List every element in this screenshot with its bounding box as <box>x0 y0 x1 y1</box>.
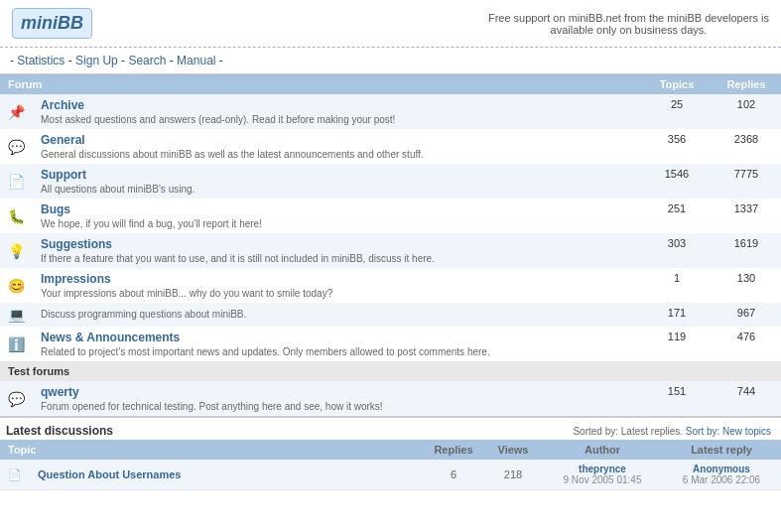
logo[interactable]: miniBB <box>12 8 92 39</box>
disc-replies: 6 <box>424 460 483 490</box>
forum-name-cell: qwerty Forum opened for technical testin… <box>33 381 642 416</box>
forum-replies: 1337 <box>712 199 781 233</box>
forum-topics: 1546 <box>642 164 712 199</box>
forums-table: Forum Topics Replies 📌 Archive Most aske… <box>0 74 781 416</box>
forum-name-cell: General General discussions about miniBB… <box>33 129 642 164</box>
table-header-row: Forum Topics Replies <box>0 74 781 94</box>
forum-desc: If there a feature that you want to use,… <box>41 253 634 264</box>
forum-name-cell: Archive Most asked questions and answers… <box>33 94 642 129</box>
forum-desc: General discussions about miniBB as well… <box>41 149 634 160</box>
disc-header-row: Topic Replies Views Author Latest reply <box>0 440 781 460</box>
forum-icon: 💬 <box>0 381 33 416</box>
latest-name: Anonymous <box>670 464 773 474</box>
disc-latest: Anonymous 6 Mar 2006 22:06 <box>662 460 781 490</box>
author-date: 9 Nov 2005 01:45 <box>551 474 654 485</box>
forum-topics: 25 <box>642 94 712 129</box>
forum-link[interactable]: News & Announcements <box>41 331 180 344</box>
forum-icon: 📄 <box>0 164 33 199</box>
forum-desc: Your impressions about miniBB... why do … <box>41 288 634 299</box>
forum-link[interactable]: Support <box>41 168 86 182</box>
forum-link[interactable]: Archive <box>41 98 84 112</box>
forum-name-cell: Bugs We hope, if you will find a bug, yo… <box>33 199 642 233</box>
list-item: 📄 Question About Usernames 6 218 thepryn… <box>0 460 781 490</box>
forum-replies: 1619 <box>712 233 781 268</box>
forum-link[interactable]: Bugs <box>41 202 70 216</box>
disc-icon: 📄 <box>0 460 30 490</box>
forum-replies: 967 <box>712 303 781 327</box>
nav-search[interactable]: Search <box>128 54 166 67</box>
forum-desc: All questions about miniBB's using. <box>41 184 634 195</box>
section-title: Test forums <box>0 361 781 381</box>
table-row: ℹ️ News & Announcements Related to proje… <box>0 327 781 361</box>
page-header: miniBB Free support on miniBB.net from t… <box>0 0 781 48</box>
nav-statistics[interactable]: Statistics <box>17 54 65 67</box>
author-name: theprynce <box>551 464 654 474</box>
latest-discussions-header: Latest discussions Sorted by: Latest rep… <box>0 416 781 440</box>
nav-signup[interactable]: Sign Up <box>75 54 118 67</box>
table-row: 💡 Suggestions If there a feature that yo… <box>0 233 781 268</box>
forum-link[interactable]: Suggestions <box>41 237 112 251</box>
forum-replies: 102 <box>712 94 781 129</box>
navbar: - Statistics - Sign Up - Search - Manual… <box>0 48 781 74</box>
forum-link[interactable]: qwerty <box>41 385 79 399</box>
disc-col-topic: Topic <box>0 440 424 460</box>
forum-topics: 151 <box>642 381 712 416</box>
forum-icon: 💬 <box>0 129 33 164</box>
logo-box: miniBB <box>12 8 92 39</box>
forum-desc: We hope, if you will find a bug, you'll … <box>41 218 634 229</box>
forum-name-cell: Suggestions If there a feature that you … <box>33 233 642 268</box>
forum-name-cell: Support All questions about miniBB's usi… <box>33 164 642 199</box>
col-replies: Replies <box>712 74 781 94</box>
forum-desc: Discuss programming questions about mini… <box>41 309 634 320</box>
forum-desc: Most asked questions and answers (read-o… <box>41 114 634 125</box>
forum-link[interactable]: General <box>41 133 85 147</box>
forum-link[interactable]: Impressions <box>41 272 111 286</box>
table-row: 🐛 Bugs We hope, if you will find a bug, … <box>0 199 781 233</box>
disc-col-views: Views <box>483 440 543 460</box>
col-topics: Topics <box>642 74 712 94</box>
forum-name-cell: Impressions Your impressions about miniB… <box>33 268 642 303</box>
forum-replies: 744 <box>712 381 781 416</box>
table-row: 📄 Support All questions about miniBB's u… <box>0 164 781 199</box>
forum-topics: 303 <box>642 233 712 268</box>
disc-topic-link[interactable]: Question About Usernames <box>38 468 181 480</box>
forum-icon: 📌 <box>0 94 33 129</box>
forum-icon: 💡 <box>0 233 33 268</box>
table-row: 😊 Impressions Your impressions about min… <box>0 268 781 303</box>
forum-replies: 476 <box>712 327 781 361</box>
discussions-table: Topic Replies Views Author Latest reply … <box>0 440 781 490</box>
sort-new-topics-link[interactable]: Sort by: New topics <box>686 426 771 437</box>
disc-topic: Question About Usernames <box>30 460 424 490</box>
forum-desc: Related to project's most important news… <box>41 346 634 357</box>
forum-icon: 💻 <box>0 303 33 327</box>
forum-name-cell: Discuss programming questions about mini… <box>33 303 642 327</box>
forum-topics: 171 <box>642 303 712 327</box>
forum-replies: 130 <box>712 268 781 303</box>
table-row: 💻 Discuss programming questions about mi… <box>0 303 781 327</box>
table-row: 📌 Archive Most asked questions and answe… <box>0 94 781 129</box>
forum-topics: 356 <box>642 129 712 164</box>
forum-topics: 251 <box>642 199 712 233</box>
forum-desc: Forum opened for technical testing. Post… <box>41 401 634 412</box>
disc-col-replies: Replies <box>424 440 483 460</box>
forum-topics: 119 <box>642 327 712 361</box>
forum-icon: 🐛 <box>0 199 33 233</box>
forum-icon: ℹ️ <box>0 327 33 361</box>
sort-by: Sorted by: Latest replies. Sort by: New … <box>573 426 771 437</box>
forum-icon: 😊 <box>0 268 33 303</box>
table-row: 💬 General General discussions about mini… <box>0 129 781 164</box>
support-message: Free support on miniBB.net from the mini… <box>488 12 769 36</box>
nav-manual[interactable]: Manual <box>177 54 215 67</box>
logo-text: miniBB <box>21 13 83 33</box>
forum-replies: 2368 <box>712 129 781 164</box>
col-forum: Forum <box>0 74 642 94</box>
disc-author: theprynce 9 Nov 2005 01:45 <box>543 460 662 490</box>
table-row: 💬 qwerty Forum opened for technical test… <box>0 381 781 416</box>
forum-name-cell: News & Announcements Related to project'… <box>33 327 642 361</box>
disc-col-latest: Latest reply <box>662 440 781 460</box>
disc-views: 218 <box>483 460 543 490</box>
section-header-row: Test forums <box>0 361 781 381</box>
forum-topics: 1 <box>642 268 712 303</box>
latest-title: Latest discussions <box>6 424 113 438</box>
sort-label: Sorted by: Latest replies. <box>573 426 683 437</box>
